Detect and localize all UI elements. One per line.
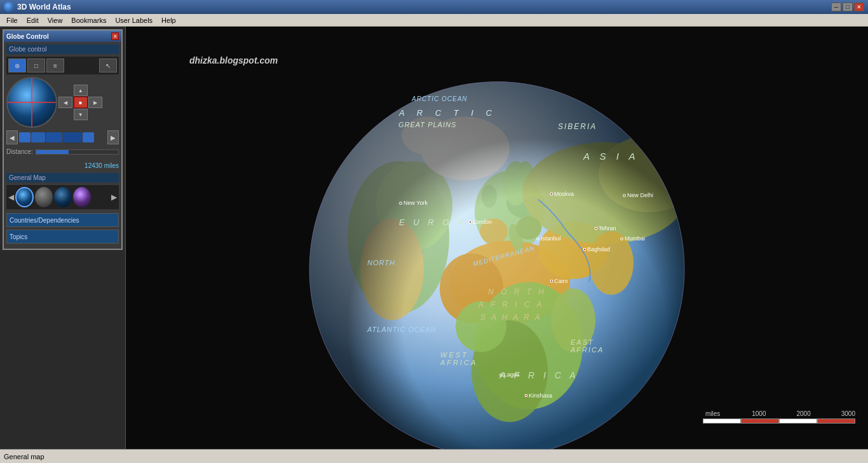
globe-control-titlebar: Globe Control ✕ [4, 31, 121, 42]
zoom-segment-2[interactable] [31, 132, 45, 142]
zoom-right-button[interactable]: ▶ [107, 130, 119, 144]
scale-labels: miles 1000 2000 3000 [705, 410, 855, 417]
map-icon-night[interactable] [54, 187, 72, 207]
dir-empty-2 [88, 85, 102, 96]
layer-dropdown[interactable]: Countries/Dependencies Physical Politica… [6, 213, 119, 227]
title-bar-left: 3D World Atlas [4, 2, 71, 12]
scale-label-3000: 3000 [841, 410, 855, 417]
scale-seg-3 [779, 418, 817, 424]
scale-bar-visual [703, 418, 855, 424]
close-button[interactable]: ✕ [854, 3, 864, 11]
dir-center-button[interactable]: ■ [74, 97, 88, 108]
distance-label: Distance: [6, 148, 33, 155]
globe-control-close-button[interactable]: ✕ [111, 32, 119, 40]
cursor-icon[interactable]: ↖ [99, 59, 117, 73]
mini-globe-area: ▲ ◀ ■ ▶ ▼ [6, 77, 119, 128]
map-next-button[interactable]: ▶ [111, 193, 117, 202]
globe-control-window: Globe Control ✕ Globe control ⊕ □ ≡ ↖ [3, 29, 123, 250]
dir-empty-1 [58, 85, 72, 96]
maximize-button[interactable]: □ [843, 3, 853, 11]
title-bar: 3D World Atlas ─ □ ✕ [0, 0, 868, 14]
status-text: General map [4, 453, 44, 460]
scale-label-2000: 2000 [797, 410, 811, 417]
globe-control-content: Globe control ⊕ □ ≡ ↖ ▲ ◀ [4, 42, 121, 249]
zoom-track [19, 130, 106, 144]
dir-down-button[interactable]: ▼ [74, 109, 88, 120]
menu-bookmarks[interactable]: Bookmarks [67, 15, 110, 25]
zoom-segment-4[interactable] [63, 132, 82, 142]
menu-bar: File Edit View Bookmarks User Labels Hel… [0, 14, 868, 27]
toolbar-icons: ⊕ □ ≡ ↖ [6, 57, 119, 74]
zoom-segment-3[interactable] [46, 132, 62, 142]
general-map-section: General Map ◀ ▶ [6, 173, 119, 209]
minimize-button[interactable]: ─ [831, 3, 841, 11]
scale-seg-2 [741, 418, 779, 424]
dir-empty-4 [88, 109, 102, 120]
distance-bar-fill [36, 150, 69, 154]
list-icon[interactable]: ≡ [46, 59, 64, 73]
menu-help[interactable]: Help [158, 15, 180, 25]
dir-up-button[interactable]: ▲ [74, 85, 88, 96]
zoom-segment-5[interactable] [83, 132, 94, 142]
crosshair-icon[interactable]: ⊕ [8, 59, 26, 73]
general-map-label: General Map [6, 173, 119, 183]
globe-control-section-label: Globe control [6, 45, 119, 54]
watermark: dhizka.blogspot.com [189, 55, 278, 66]
svg-point-27 [309, 82, 684, 449]
zoom-controls: ◀ ▶ [6, 130, 119, 144]
distance-value: 12430 miles [85, 162, 119, 169]
dir-empty-3 [58, 109, 72, 120]
menu-file[interactable]: File [3, 15, 22, 25]
globe-control-title: Globe Control [6, 33, 49, 40]
distance-bar [36, 149, 119, 155]
menu-edit[interactable]: Edit [23, 15, 43, 25]
square-icon[interactable]: □ [27, 59, 45, 73]
scale-seg-4 [817, 418, 855, 424]
zoom-segment-1[interactable] [19, 132, 31, 142]
window-title: 3D World Atlas [17, 3, 71, 11]
title-controls: ─ □ ✕ [831, 3, 864, 11]
dir-right-button[interactable]: ▶ [88, 97, 102, 108]
map-prev-button[interactable]: ◀ [8, 193, 14, 202]
left-panel: Globe Control ✕ Globe control ⊕ □ ≡ ↖ [0, 27, 126, 449]
menu-user-labels[interactable]: User Labels [111, 15, 156, 25]
globe-display [300, 73, 694, 449]
scale-label-1000: 1000 [752, 410, 766, 417]
main-area: Globe Control ✕ Globe control ⊕ □ ≡ ↖ [0, 27, 868, 449]
status-bar: General map [0, 449, 868, 463]
zoom-left-button[interactable]: ◀ [6, 130, 18, 144]
distance-row: Distance: [6, 148, 119, 155]
dir-left-button[interactable]: ◀ [58, 97, 72, 108]
topics-dropdown[interactable]: Topics Climate Population Economy [6, 230, 119, 244]
map-icon-terrain[interactable] [35, 187, 53, 207]
scale-label-miles: miles [705, 410, 720, 417]
direction-controls: ▲ ◀ ■ ▶ ▼ [58, 85, 103, 120]
menu-view[interactable]: View [44, 15, 67, 25]
scale-seg-1 [703, 418, 741, 424]
app-icon [4, 2, 14, 12]
map-icon-globe[interactable] [15, 187, 34, 207]
scale-bar: miles 1000 2000 3000 [703, 410, 855, 424]
map-icon-blank[interactable] [92, 187, 110, 207]
map-canvas[interactable]: dhizka.blogspot.com [126, 27, 868, 449]
map-icon-topo[interactable] [73, 187, 91, 207]
mini-globe [6, 77, 57, 128]
